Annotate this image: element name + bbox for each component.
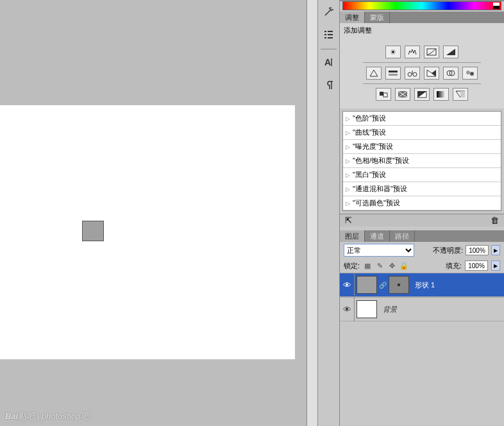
canvas[interactable] — [0, 105, 295, 359]
preset-channel-mixer[interactable]: ▷"通道混和器"预设 — [343, 182, 501, 196]
visibility-toggle[interactable]: 👁 — [340, 280, 354, 290]
workspace-area — [0, 0, 307, 426]
svg-rect-12 — [389, 74, 398, 76]
svg-point-14 — [413, 72, 417, 76]
svg-marker-10 — [370, 70, 378, 76]
blend-controls: 正常 不透明度: ▶ — [340, 242, 504, 259]
posterize-icon[interactable] — [395, 88, 410, 101]
preset-label: "色相/饱和度"预设 — [353, 156, 409, 166]
preset-label: "黑白"预设 — [353, 170, 386, 180]
watermark: Bai贴吧 | photoshop吧 — [5, 411, 89, 422]
paragraph-icon[interactable] — [320, 76, 338, 94]
expand-view-icon[interactable]: ⇱ — [345, 216, 352, 225]
fill-input[interactable] — [465, 260, 488, 271]
chevron-right-icon: ▷ — [346, 144, 350, 150]
color-spectrum[interactable] — [342, 1, 501, 10]
chevron-right-icon: ▷ — [346, 158, 350, 164]
lock-all-icon[interactable]: 🔒 — [399, 261, 408, 270]
adjustment-toolbar: ☀ — [340, 38, 504, 108]
tool-column: A — [318, 0, 340, 426]
add-adjustment-label: 添加调整 — [340, 23, 504, 38]
preset-label: "可选颜色"预设 — [353, 198, 400, 208]
layer-thumbnail[interactable] — [357, 276, 377, 294]
lock-controls: 锁定: ▦ ✎ ✥ 🔒 填充: ▶ — [340, 259, 504, 273]
adjustments-footer: ⇱ 🗑 — [340, 214, 504, 226]
svg-rect-23 — [383, 93, 387, 97]
link-icon[interactable]: 🔗 — [379, 282, 387, 289]
svg-rect-29 — [437, 91, 446, 98]
preset-label: "通道混和器"预设 — [353, 184, 407, 194]
lock-pixels-icon[interactable]: ✎ — [375, 261, 384, 270]
opacity-label: 不透明度: — [433, 246, 463, 255]
svg-point-21 — [470, 72, 474, 76]
svg-rect-5 — [328, 37, 333, 38]
wand-icon[interactable] — [320, 3, 338, 21]
tab-masks[interactable]: 蒙版 — [365, 12, 390, 23]
brightness-contrast-icon[interactable]: ☀ — [385, 46, 401, 58]
visibility-toggle[interactable]: 👁 — [340, 305, 354, 314]
layer-background[interactable]: 👁 背景 — [340, 297, 504, 321]
exposure-icon[interactable] — [443, 46, 458, 58]
right-panel: 调整 蒙版 添加调整 ☀ ▷"色阶"预设 ▷"曲线"预 — [340, 0, 504, 426]
opacity-input[interactable] — [466, 245, 489, 255]
layers-tab-bar: 图层 通道 路径 — [340, 230, 504, 242]
preset-curves[interactable]: ▷"曲线"预设 — [343, 126, 501, 140]
levels-icon[interactable] — [405, 46, 420, 58]
black-white-icon[interactable] — [424, 67, 439, 80]
fill-label: 填充: — [446, 261, 462, 271]
trash-icon[interactable]: 🗑 — [491, 216, 499, 225]
text-icon[interactable]: A — [320, 53, 338, 71]
gradient-map-icon[interactable] — [433, 88, 449, 101]
selective-color-icon[interactable] — [453, 88, 468, 101]
tab-channels[interactable]: 通道 — [365, 230, 390, 242]
invert-icon[interactable] — [376, 88, 391, 101]
tab-layers[interactable]: 图层 — [340, 230, 365, 242]
adjustments-tab-bar: 调整 蒙版 — [340, 12, 504, 23]
color-balance-icon[interactable] — [405, 67, 420, 80]
photo-filter-icon[interactable] — [443, 67, 458, 80]
preset-bw[interactable]: ▷"黑白"预设 — [343, 168, 501, 182]
svg-point-20 — [466, 71, 470, 74]
blend-mode-select[interactable]: 正常 — [344, 244, 414, 257]
svg-point-13 — [408, 72, 412, 76]
chevron-right-icon: ▷ — [346, 186, 350, 192]
threshold-icon[interactable] — [414, 88, 430, 101]
svg-rect-0 — [324, 31, 326, 32]
chevron-right-icon: ▷ — [346, 130, 350, 136]
preset-hue-sat[interactable]: ▷"色相/饱和度"预设 — [343, 154, 501, 168]
fill-spinner[interactable]: ▶ — [491, 260, 500, 271]
preset-selective-color[interactable]: ▷"可选颜色"预设 — [343, 196, 501, 210]
svg-marker-9 — [446, 49, 455, 55]
layers-panel: 图层 通道 路径 正常 不透明度: ▶ 锁定: ▦ ✎ ✥ 🔒 填充: ▶ — [340, 230, 504, 321]
tab-adjustments[interactable]: 调整 — [340, 12, 365, 23]
svg-rect-11 — [389, 71, 398, 72]
lock-label: 锁定: — [344, 261, 360, 271]
shape-rectangle[interactable] — [82, 221, 104, 241]
hue-saturation-icon[interactable] — [385, 67, 401, 80]
vibrance-icon[interactable] — [366, 67, 382, 80]
layer-shape1[interactable]: 👁 🔗 形状 1 — [340, 273, 504, 297]
layers-list: 👁 🔗 形状 1 👁 背景 — [340, 273, 504, 321]
layer-name[interactable]: 形状 1 — [415, 280, 435, 290]
vector-mask-thumbnail[interactable] — [389, 276, 409, 294]
chevron-right-icon: ▷ — [346, 172, 350, 178]
chevron-right-icon: ▷ — [346, 115, 350, 122]
svg-text:A: A — [324, 57, 331, 67]
preset-label: "曝光度"预设 — [353, 142, 393, 151]
list-icon[interactable] — [320, 26, 338, 44]
preset-label: "色阶"预设 — [353, 114, 386, 123]
preset-levels[interactable]: ▷"色阶"预设 — [343, 112, 501, 126]
channel-mixer-icon[interactable] — [462, 67, 478, 80]
opacity-spinner[interactable]: ▶ — [491, 245, 500, 255]
curves-icon[interactable] — [424, 46, 439, 58]
tab-paths[interactable]: 路径 — [390, 230, 415, 242]
layer-name[interactable]: 背景 — [383, 305, 397, 314]
lock-transparent-icon[interactable]: ▦ — [363, 261, 372, 270]
svg-rect-22 — [380, 92, 383, 96]
svg-rect-4 — [324, 37, 326, 38]
panel-divider[interactable] — [307, 0, 318, 426]
layer-thumbnail[interactable] — [357, 300, 377, 318]
preset-exposure[interactable]: ▷"曝光度"预设 — [343, 140, 501, 154]
lock-position-icon[interactable]: ✥ — [387, 261, 396, 270]
svg-rect-3 — [328, 34, 333, 35]
